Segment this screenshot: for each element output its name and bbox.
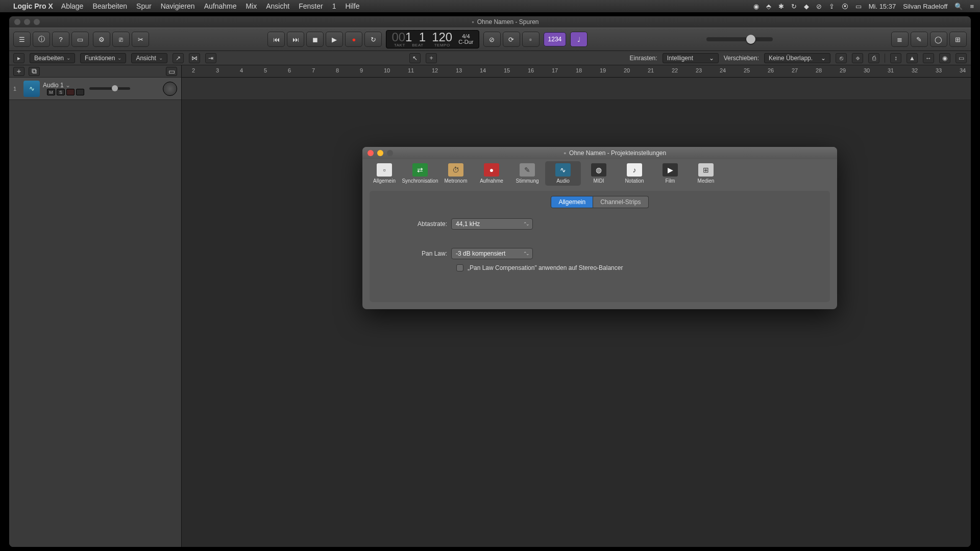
menu-aufnahme[interactable]: Aufnahme (204, 2, 237, 10)
status-icon[interactable]: ⊘ (816, 3, 822, 10)
user-name[interactable]: Silvan Radeloff (903, 3, 947, 10)
lcd-beat[interactable]: 1 (419, 30, 426, 44)
editors-button[interactable]: ✂ (132, 32, 149, 47)
menu-fenster[interactable]: Fenster (299, 2, 323, 10)
zoom-vertical-button[interactable]: ↕ (890, 53, 901, 63)
zoom-settings-button[interactable] (387, 150, 393, 156)
list-editors-button[interactable]: ≣ (891, 32, 909, 47)
menu-1[interactable]: 1 (332, 2, 336, 10)
settings-tab-film[interactable]: ▶Film (652, 161, 688, 186)
global-tracks-button[interactable]: ▭ (166, 67, 177, 76)
status-icon[interactable]: ◆ (804, 3, 809, 10)
status-icon[interactable]: ↻ (791, 3, 797, 10)
zoom-fit-button[interactable]: ▲ (906, 53, 918, 63)
settings-tab-stimmung[interactable]: ✎Stimmung (509, 161, 545, 186)
input-monitor-button[interactable] (76, 89, 84, 95)
rewind-button[interactable]: ⏮ (267, 32, 285, 47)
settings-tab-allgemein[interactable]: ▫Allgemein (366, 161, 402, 186)
menu-navigieren[interactable]: Navigieren (161, 2, 195, 10)
menu-hilfe[interactable]: Hilfe (345, 2, 359, 10)
replace-button[interactable]: ⊘ (483, 32, 501, 47)
solo-button[interactable]: S (57, 89, 65, 95)
flex-button[interactable]: ⋈ (189, 53, 200, 63)
zoom-horiz-button[interactable]: ↔ (923, 53, 934, 63)
loops-button[interactable]: ◯ (930, 32, 947, 47)
clock[interactable]: Mi. 15:37 (869, 3, 896, 10)
add-track-button[interactable]: ＋ (13, 67, 24, 76)
zoom-window-button[interactable] (34, 19, 40, 25)
track-row[interactable]: 1 ∿ Audio 1 ⌄ M S (9, 78, 181, 100)
settings-tab-midi[interactable]: ◍MIDI (581, 161, 617, 186)
smart-controls-button[interactable]: ⚙ (93, 32, 110, 47)
tool-button[interactable]: ⎋ (836, 53, 847, 63)
track-pan-knob[interactable] (163, 82, 177, 96)
tool-button[interactable]: ⎆ (852, 53, 863, 63)
settings-tab-synchronisation[interactable]: ⇄Synchronisation (402, 161, 438, 186)
status-icon[interactable]: ◉ (753, 3, 759, 10)
status-icon[interactable]: ✱ (778, 3, 784, 10)
play-button[interactable]: ▶ (326, 32, 343, 47)
lcd-key[interactable]: C-Dur (458, 39, 473, 45)
status-icon[interactable]: ⬘ (766, 3, 771, 10)
mixer-button[interactable]: ⎚ (112, 32, 130, 47)
inspector-button[interactable]: ⓘ (33, 32, 50, 47)
seg-channel-strips[interactable]: Channel-Strips (593, 196, 648, 208)
app-menu[interactable]: Logic Pro X (13, 2, 53, 10)
track-icon[interactable]: ∿ (23, 81, 40, 97)
lcd-tempo[interactable]: 120 (432, 31, 452, 43)
lowlatency-button[interactable]: ⟳ (503, 32, 520, 47)
sample-rate-select[interactable]: 44,1 kHz (451, 218, 533, 230)
record-enable-button[interactable] (66, 89, 75, 95)
master-volume-slider[interactable] (706, 37, 773, 41)
close-settings-button[interactable] (368, 150, 374, 156)
track-volume-slider[interactable] (89, 87, 130, 90)
browser-button[interactable]: ⊞ (949, 32, 967, 47)
zoom-button[interactable]: ▭ (955, 53, 967, 63)
notification-center-icon[interactable]: ≡ (970, 3, 974, 10)
spotlight-icon[interactable]: 🔍 (954, 3, 963, 10)
library-button[interactable]: ☰ (13, 32, 31, 47)
menu-ablage[interactable]: Ablage (61, 2, 84, 10)
settings-tab-notation[interactable]: ♪Notation (617, 161, 652, 186)
notepad-button[interactable]: ✎ (911, 32, 928, 47)
settings-tab-audio[interactable]: ∿Audio (545, 161, 581, 186)
edit-menu[interactable]: Bearbeiten (30, 53, 75, 63)
close-window-button[interactable] (14, 19, 20, 25)
settings-tab-medien[interactable]: ⊞Medien (688, 161, 724, 186)
settings-tab-metronom[interactable]: ⏱Metronom (438, 161, 474, 186)
duplicate-track-button[interactable]: ⧉ (29, 67, 40, 76)
track-lane[interactable] (182, 78, 971, 100)
mute-button[interactable]: M (47, 89, 55, 95)
lcd-display[interactable]: 001 1 TAKT BEAT 120 TEMPO 4/4 C-Dur (386, 30, 479, 48)
move-select[interactable]: Keine Überlapp.⌄ (764, 53, 830, 63)
stop-button[interactable]: ◼ (306, 32, 324, 47)
quickhelp-button[interactable]: ? (52, 32, 69, 47)
tool-button[interactable]: ⎙ (868, 53, 879, 63)
cycle-button[interactable]: ↻ (364, 32, 382, 47)
menu-mix[interactable]: Mix (246, 2, 257, 10)
pan-law-compensation-checkbox[interactable] (456, 264, 463, 271)
minimize-window-button[interactable] (24, 19, 30, 25)
pan-law-select[interactable]: -3 dB kompensiert (451, 248, 533, 259)
wifi-icon[interactable]: ⦿ (842, 3, 848, 10)
metronome-button[interactable]: ♩ (570, 32, 587, 47)
status-icon[interactable]: ⇪ (829, 3, 835, 10)
automation-button[interactable]: ↗ (173, 53, 184, 63)
pointer-tool[interactable]: ↖ (409, 53, 421, 63)
functions-menu[interactable]: Funktionen (80, 53, 126, 63)
toolbar-button[interactable]: ▭ (71, 32, 89, 47)
menu-bearbeiten[interactable]: Bearbeiten (92, 2, 127, 10)
catch-playhead-button[interactable]: ⇥ (205, 53, 216, 63)
display-icon[interactable]: ▭ (855, 3, 862, 10)
lcd-bars[interactable]: 1 (405, 30, 412, 44)
menu-ansicht[interactable]: Ansicht (266, 2, 289, 10)
record-button[interactable]: ● (345, 32, 362, 47)
countin-badge[interactable]: 1234 (544, 32, 567, 46)
waveform-zoom-button[interactable]: ◉ (939, 53, 950, 63)
region-inspector-toggle[interactable]: ▸ (13, 53, 24, 63)
seg-allgemein[interactable]: Allgemein (551, 196, 593, 208)
ruler[interactable]: 2345678910111213141516171819202122232425… (182, 65, 971, 78)
forward-button[interactable]: ⏭ (287, 32, 304, 47)
track-name[interactable]: Audio 1 ⌄ (43, 82, 84, 89)
view-menu[interactable]: Ansicht (131, 53, 167, 63)
